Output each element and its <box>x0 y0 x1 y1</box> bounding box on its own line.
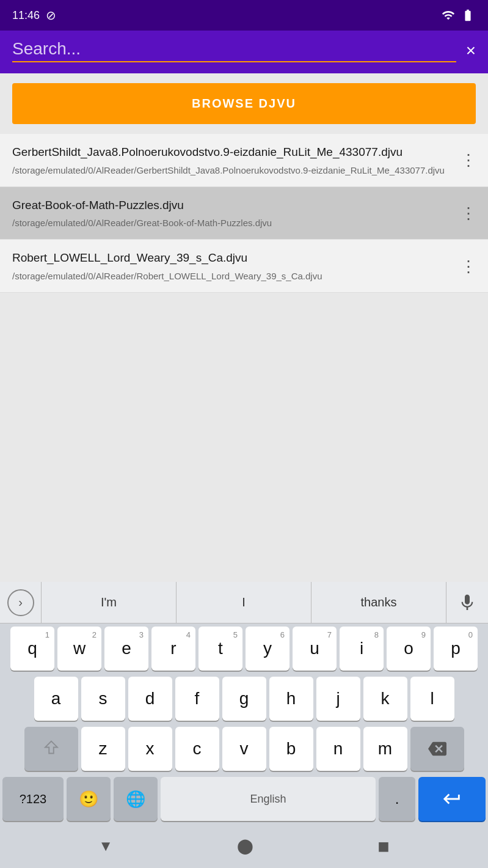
file-name-2: Great-Book-of-Math-Puzzles.djvu <box>12 198 453 213</box>
keyboard: › I'm I thanks 1 q 2 w 3 e 4 r 5 t <box>0 582 488 868</box>
file-list: GerbertShildt_Java8.Polnoerukovodstvo.9-… <box>0 134 488 293</box>
shift-key[interactable] <box>24 727 78 771</box>
file-info-1: GerbertShildt_Java8.Polnoerukovodstvo.9-… <box>12 145 453 177</box>
home-nav-icon[interactable]: ⬤ <box>237 837 253 855</box>
file-item-2[interactable]: Great-Book-of-Math-Puzzles.djvu /storage… <box>0 187 488 240</box>
file-item-3[interactable]: Robert_LOWELL_Lord_Weary_39_s_Ca.djvu /s… <box>0 240 488 293</box>
search-input[interactable] <box>12 39 456 59</box>
key-c[interactable]: c <box>175 727 219 771</box>
status-right <box>442 9 476 22</box>
key-p[interactable]: 0 p <box>434 627 478 671</box>
key-d[interactable]: d <box>128 677 172 721</box>
mic-icon <box>457 593 477 612</box>
key-n[interactable]: n <box>316 727 360 771</box>
key-r[interactable]: 4 r <box>151 627 195 671</box>
recents-nav-icon[interactable]: ◼ <box>377 837 390 855</box>
shift-icon <box>42 740 60 758</box>
file-name-1: GerbertShildt_Java8.Polnoerukovodstvo.9-… <box>12 145 453 160</box>
key-i[interactable]: 8 i <box>340 627 384 671</box>
key-row-2: a s d f g h j k l <box>0 674 488 724</box>
file-path-3: /storage/emulated/0/AlReader/Robert_LOWE… <box>12 270 453 282</box>
num-symbol-key[interactable]: ?123 <box>2 777 64 821</box>
file-info-2: Great-Book-of-Math-Puzzles.djvu /storage… <box>12 198 453 230</box>
key-b[interactable]: b <box>269 727 313 771</box>
period-key[interactable]: . <box>379 777 415 821</box>
file-name-3: Robert_LOWELL_Lord_Weary_39_s_Ca.djvu <box>12 251 453 266</box>
key-z[interactable]: z <box>81 727 125 771</box>
enter-icon <box>442 789 462 809</box>
key-w[interactable]: 2 w <box>57 627 101 671</box>
key-s[interactable]: s <box>81 677 125 721</box>
nav-bar: ▼ ⬤ ◼ <box>0 824 488 868</box>
key-y[interactable]: 6 y <box>246 627 290 671</box>
space-key[interactable]: English <box>161 777 376 821</box>
file-path-1: /storage/emulated/0/AlReader/GerbertShil… <box>12 164 453 177</box>
key-a[interactable]: a <box>34 677 78 721</box>
close-icon[interactable]: × <box>456 41 476 61</box>
key-k[interactable]: k <box>363 677 407 721</box>
autocomplete-row: › I'm I thanks <box>0 582 488 623</box>
autocomplete-word-3[interactable]: thanks <box>311 582 446 623</box>
more-options-icon-2[interactable]: ⋮ <box>453 204 476 223</box>
key-o[interactable]: 9 o <box>387 627 431 671</box>
key-u[interactable]: 7 u <box>293 627 337 671</box>
autocomplete-expand-button[interactable]: › <box>7 589 34 616</box>
key-m[interactable]: m <box>363 727 407 771</box>
browse-djvu-button[interactable]: BROWSE DJVU <box>12 83 476 124</box>
file-item-1[interactable]: GerbertShildt_Java8.Polnoerukovodstvo.9-… <box>0 134 488 187</box>
status-bar: 11:46 ⊘ <box>0 0 488 31</box>
key-x[interactable]: x <box>128 727 172 771</box>
autocomplete-word-2[interactable]: I <box>177 582 311 623</box>
enter-key[interactable] <box>418 777 486 821</box>
autocomplete-arrow-wrap: › <box>0 582 42 623</box>
status-left: 11:46 ⊘ <box>12 8 56 23</box>
search-bar: × <box>0 31 488 73</box>
key-g[interactable]: g <box>222 677 266 721</box>
key-row-1: 1 q 2 w 3 e 4 r 5 t 6 y 7 u 8 i <box>0 623 488 674</box>
mic-button[interactable] <box>446 582 488 623</box>
signal-icon <box>442 9 455 22</box>
key-q[interactable]: 1 q <box>10 627 54 671</box>
key-l[interactable]: l <box>410 677 454 721</box>
backspace-icon <box>428 740 446 758</box>
key-e[interactable]: 3 e <box>104 627 148 671</box>
file-path-2: /storage/emulated/0/AlReader/Great-Book-… <box>12 216 453 229</box>
autocomplete-word-1[interactable]: I'm <box>42 582 177 623</box>
back-nav-icon[interactable]: ▼ <box>98 837 113 855</box>
battery-icon <box>460 9 476 22</box>
key-h[interactable]: h <box>269 677 313 721</box>
key-j[interactable]: j <box>316 677 360 721</box>
emoji-key[interactable]: 🙂 <box>67 777 111 821</box>
search-input-wrap <box>12 39 456 62</box>
more-options-icon-1[interactable]: ⋮ <box>453 151 476 170</box>
key-row-4: ?123 🙂 🌐 English . <box>0 774 488 824</box>
key-t[interactable]: 5 t <box>198 627 242 671</box>
key-row-3: z x c v b n m <box>0 724 488 774</box>
dnd-icon: ⊘ <box>46 8 56 23</box>
more-options-icon-3[interactable]: ⋮ <box>453 257 476 276</box>
key-v[interactable]: v <box>222 727 266 771</box>
file-info-3: Robert_LOWELL_Lord_Weary_39_s_Ca.djvu /s… <box>12 251 453 282</box>
time-label: 11:46 <box>12 9 40 22</box>
globe-key[interactable]: 🌐 <box>114 777 158 821</box>
backspace-key[interactable] <box>410 727 464 771</box>
key-f[interactable]: f <box>175 677 219 721</box>
search-underline <box>12 61 456 62</box>
